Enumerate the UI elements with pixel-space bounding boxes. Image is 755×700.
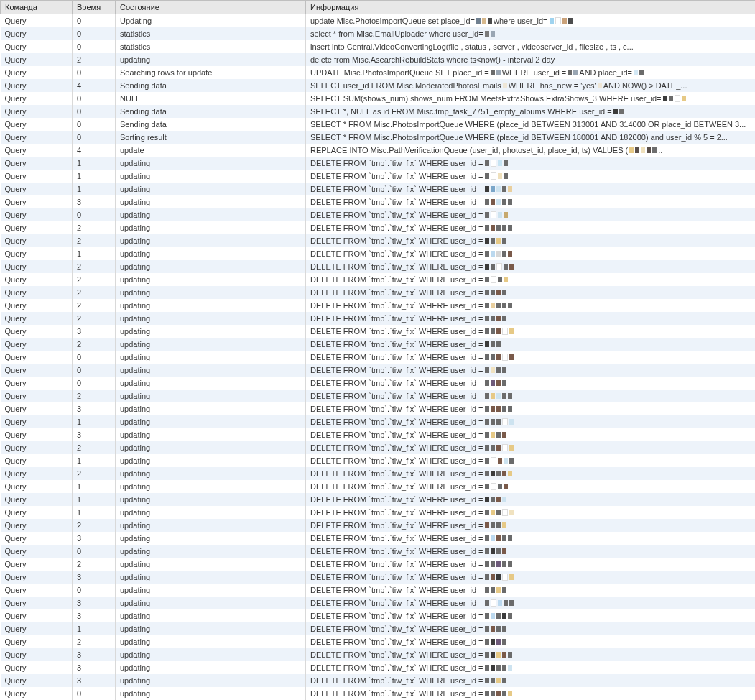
table-row[interactable]: Query0updatingDELETE FROM `tmp`.`tiw_fix… bbox=[1, 545, 756, 558]
cell-state: updating bbox=[116, 571, 306, 584]
cell-state: updating bbox=[116, 351, 306, 364]
cell-info: DELETE FROM `tmp`.`tiw_fix` WHERE user_i… bbox=[306, 351, 756, 364]
cell-command: Query bbox=[1, 622, 73, 635]
cell-info: DELETE FROM `tmp`.`tiw_fix` WHERE user_i… bbox=[306, 532, 756, 545]
cell-command: Query bbox=[1, 467, 73, 480]
info-text: SELECT SUM(shows_num) shows_num FROM Mee… bbox=[310, 94, 662, 103]
table-row[interactable]: Query2updatingDELETE FROM `tmp`.`tiw_fix… bbox=[1, 441, 756, 454]
redacted-value bbox=[485, 639, 508, 645]
info-text: DELETE FROM `tmp`.`tiw_fix` WHERE user_i… bbox=[310, 637, 483, 646]
cell-state: Searching rows for update bbox=[116, 66, 306, 79]
info-text: DELETE FROM `tmp`.`tiw_fix` WHERE user_i… bbox=[310, 185, 483, 193]
cell-time: 2 bbox=[73, 467, 116, 480]
cell-command: Query bbox=[1, 221, 73, 234]
table-row[interactable]: Query0Updatingupdate Misc.PhotosImportQu… bbox=[1, 14, 756, 28]
table-row[interactable]: Query1updatingDELETE FROM `tmp`.`tiw_fix… bbox=[1, 183, 756, 195]
table-row[interactable]: Query3updatingDELETE FROM `tmp`.`tiw_fix… bbox=[1, 195, 756, 208]
col-header-time[interactable]: Время bbox=[73, 1, 116, 14]
table-row[interactable]: Query4updateREPLACE INTO Misc.PathVerifi… bbox=[1, 144, 756, 157]
info-text: UPDATE Misc.PhotosImportQueue SET place_… bbox=[310, 68, 489, 77]
table-row[interactable]: Query2updatingDELETE FROM `tmp`.`tiw_fix… bbox=[1, 635, 756, 648]
table-row[interactable]: Query3updatingDELETE FROM `tmp`.`tiw_fix… bbox=[1, 532, 756, 545]
info-text: select * from Misc.EmailUploader where u… bbox=[310, 29, 483, 38]
table-row[interactable]: Query3updatingDELETE FROM `tmp`.`tiw_fix… bbox=[1, 609, 756, 622]
table-row[interactable]: Query2updatingDELETE FROM `tmp`.`tiw_fix… bbox=[1, 286, 756, 299]
table-row[interactable]: Query3updatingDELETE FROM `tmp`.`tiw_fix… bbox=[1, 674, 756, 687]
table-row[interactable]: Query2updatingdelete from Misc.AsearchRe… bbox=[1, 53, 756, 66]
table-row[interactable]: Query2updatingDELETE FROM `tmp`.`tiw_fix… bbox=[1, 273, 756, 286]
table-row[interactable]: Query0updatingDELETE FROM `tmp`.`tiw_fix… bbox=[1, 687, 756, 700]
cell-command: Query bbox=[1, 661, 73, 674]
cell-state: updating bbox=[116, 260, 306, 273]
col-header-state[interactable]: Состояние bbox=[116, 1, 306, 14]
table-row[interactable]: Query0updatingDELETE FROM `tmp`.`tiw_fix… bbox=[1, 377, 756, 390]
table-row[interactable]: Query3updatingDELETE FROM `tmp`.`tiw_fix… bbox=[1, 325, 756, 338]
table-row[interactable]: Query3updatingDELETE FROM `tmp`.`tiw_fix… bbox=[1, 597, 756, 609]
table-row[interactable]: Query0Sending dataSELECT *, NULL as id F… bbox=[1, 105, 756, 118]
table-row[interactable]: Query0Searching rows for updateUPDATE Mi… bbox=[1, 66, 756, 79]
table-row[interactable]: Query1updatingDELETE FROM `tmp`.`tiw_fix… bbox=[1, 247, 756, 260]
cell-info: DELETE FROM `tmp`.`tiw_fix` WHERE user_i… bbox=[306, 584, 756, 597]
cell-info: DELETE FROM `tmp`.`tiw_fix` WHERE user_i… bbox=[306, 377, 756, 390]
cell-state: Sorting result bbox=[116, 131, 306, 144]
table-row[interactable]: Query1updatingDELETE FROM `tmp`.`tiw_fix… bbox=[1, 622, 756, 635]
cell-info: DELETE FROM `tmp`.`tiw_fix` WHERE user_i… bbox=[306, 454, 756, 467]
cell-info: SELECT SUM(shows_num) shows_num FROM Mee… bbox=[306, 92, 756, 105]
table-row[interactable]: Query0Sending dataSELECT * FROM Misc.Pho… bbox=[1, 118, 756, 131]
table-row[interactable]: Query1updatingDELETE FROM `tmp`.`tiw_fix… bbox=[1, 506, 756, 519]
table-row[interactable]: Query2updatingDELETE FROM `tmp`.`tiw_fix… bbox=[1, 260, 756, 273]
cell-command: Query bbox=[1, 415, 73, 428]
table-row[interactable]: Query0NULLSELECT SUM(shows_num) shows_nu… bbox=[1, 92, 756, 105]
table-row[interactable]: Query0updatingDELETE FROM `tmp`.`tiw_fix… bbox=[1, 364, 756, 377]
cell-info: DELETE FROM `tmp`.`tiw_fix` WHERE user_i… bbox=[306, 674, 756, 687]
info-text: SELECT *, NULL as id FROM Misc.tmp_task_… bbox=[310, 107, 612, 116]
cell-state: updating bbox=[116, 597, 306, 609]
cell-info: delete from Misc.AsearchRebuildStats whe… bbox=[306, 53, 756, 66]
redacted-value bbox=[485, 678, 508, 683]
redacted-value bbox=[485, 457, 515, 464]
cell-time: 2 bbox=[73, 234, 116, 247]
table-row[interactable]: Query0updatingDELETE FROM `tmp`.`tiw_fix… bbox=[1, 351, 756, 364]
col-header-command[interactable]: Команда bbox=[1, 1, 73, 14]
table-row[interactable]: Query2updatingDELETE FROM `tmp`.`tiw_fix… bbox=[1, 234, 756, 247]
table-row[interactable]: Query2updatingDELETE FROM `tmp`.`tiw_fix… bbox=[1, 390, 756, 402]
table-row[interactable]: Query1updatingDELETE FROM `tmp`.`tiw_fix… bbox=[1, 480, 756, 493]
info-text: DELETE FROM `tmp`.`tiw_fix` WHERE user_i… bbox=[310, 625, 483, 633]
table-row[interactable]: Query0statisticsinsert into Central.Vide… bbox=[1, 40, 756, 53]
table-row[interactable]: Query2updatingDELETE FROM `tmp`.`tiw_fix… bbox=[1, 338, 756, 351]
table-row[interactable]: Query2updatingDELETE FROM `tmp`.`tiw_fix… bbox=[1, 299, 756, 312]
cell-command: Query bbox=[1, 66, 73, 79]
table-row[interactable]: Query3updatingDELETE FROM `tmp`.`tiw_fix… bbox=[1, 402, 756, 415]
col-header-info[interactable]: Информация bbox=[306, 1, 756, 14]
table-row[interactable]: Query3updatingDELETE FROM `tmp`.`tiw_fix… bbox=[1, 571, 756, 584]
table-row[interactable]: Query0updatingDELETE FROM `tmp`.`tiw_fix… bbox=[1, 584, 756, 597]
redacted-value bbox=[485, 160, 509, 167]
info-text: DELETE FROM `tmp`.`tiw_fix` WHERE user_i… bbox=[310, 612, 483, 620]
table-row[interactable]: Query1updatingDELETE FROM `tmp`.`tiw_fix… bbox=[1, 157, 756, 170]
cell-info: DELETE FROM `tmp`.`tiw_fix` WHERE user_i… bbox=[306, 208, 756, 221]
table-row[interactable]: Query0updatingDELETE FROM `tmp`.`tiw_fix… bbox=[1, 208, 756, 221]
info-text: DELETE FROM `tmp`.`tiw_fix` WHERE user_i… bbox=[310, 482, 483, 491]
table-row[interactable]: Query3updatingDELETE FROM `tmp`.`tiw_fix… bbox=[1, 428, 756, 441]
cell-info: DELETE FROM `tmp`.`tiw_fix` WHERE user_i… bbox=[306, 195, 756, 208]
table-row[interactable]: Query2updatingDELETE FROM `tmp`.`tiw_fix… bbox=[1, 467, 756, 480]
table-row[interactable]: Query2updatingDELETE FROM `tmp`.`tiw_fix… bbox=[1, 221, 756, 234]
cell-state: updating bbox=[116, 545, 306, 558]
table-row[interactable]: Query1updatingDELETE FROM `tmp`.`tiw_fix… bbox=[1, 415, 756, 428]
table-row[interactable]: Query2updatingDELETE FROM `tmp`.`tiw_fix… bbox=[1, 558, 756, 571]
cell-time: 1 bbox=[73, 247, 116, 260]
cell-info: DELETE FROM `tmp`.`tiw_fix` WHERE user_i… bbox=[306, 299, 756, 312]
table-row[interactable]: Query1updatingDELETE FROM `tmp`.`tiw_fix… bbox=[1, 454, 756, 467]
table-row[interactable]: Query0statisticsselect * from Misc.Email… bbox=[1, 27, 756, 40]
info-text: DELETE FROM `tmp`.`tiw_fix` WHERE user_i… bbox=[310, 430, 483, 439]
cell-command: Query bbox=[1, 584, 73, 597]
table-row[interactable]: Query1updatingDELETE FROM `tmp`.`tiw_fix… bbox=[1, 170, 756, 183]
table-row[interactable]: Query4Sending dataSELECT user_id FROM Mi… bbox=[1, 79, 756, 92]
table-row[interactable]: Query2updatingDELETE FROM `tmp`.`tiw_fix… bbox=[1, 312, 756, 325]
table-row[interactable]: Query3updatingDELETE FROM `tmp`.`tiw_fix… bbox=[1, 648, 756, 661]
table-row[interactable]: Query3updatingDELETE FROM `tmp`.`tiw_fix… bbox=[1, 661, 756, 674]
table-row[interactable]: Query0Sorting resultSELECT * FROM Misc.P… bbox=[1, 131, 756, 144]
table-row[interactable]: Query1updatingDELETE FROM `tmp`.`tiw_fix… bbox=[1, 493, 756, 506]
table-row[interactable]: Query2updatingDELETE FROM `tmp`.`tiw_fix… bbox=[1, 519, 756, 532]
cell-time: 2 bbox=[73, 441, 116, 454]
